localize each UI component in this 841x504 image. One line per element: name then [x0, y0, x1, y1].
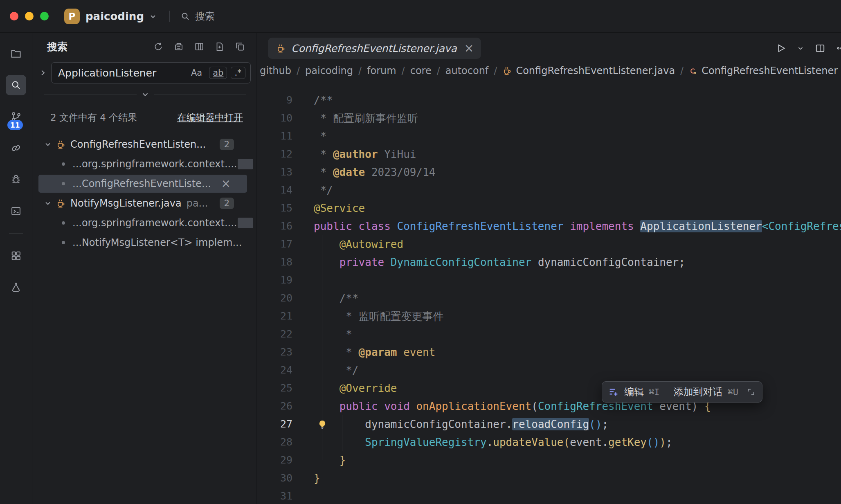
expand-chevron-icon[interactable]	[44, 199, 52, 207]
breadcrumb-item[interactable]: paicoding	[305, 65, 353, 76]
detach-icon[interactable]	[747, 387, 756, 396]
breadcrumb-item[interactable]: forum	[367, 65, 396, 76]
sidebar-item-services[interactable]	[6, 138, 26, 158]
open-in-editor-link[interactable]: 在编辑器中打开	[177, 111, 243, 124]
search-icon	[10, 79, 22, 91]
code-line[interactable]: 10 * 配置刷新事件监听	[256, 109, 841, 127]
breadcrumb-label: paicoding	[305, 65, 353, 76]
whole-words-toggle[interactable]: ab	[209, 67, 227, 79]
close-tab-icon[interactable]: ×	[464, 43, 474, 54]
global-search-button[interactable]: 搜索	[180, 10, 215, 23]
search-input[interactable]	[58, 67, 188, 79]
line-number: 10	[256, 109, 314, 127]
editor-tab[interactable]: ConfigRefreshEventListener.java ×	[268, 38, 481, 59]
line-number: 28	[256, 433, 314, 451]
run-chevron-down-icon[interactable]	[797, 45, 804, 52]
line-number: 17	[256, 235, 314, 253]
result-match-row[interactable]: ...NotifyMsgListener<T> implem...	[32, 233, 256, 252]
code-line[interactable]: 17 @Autowired	[256, 235, 841, 253]
code-line[interactable]: 18 private DynamicConfigContainer dynami…	[256, 253, 841, 271]
close-window-button[interactable]	[10, 12, 18, 20]
breadcrumb-item[interactable]: ConfigRefreshEventListener	[689, 65, 838, 76]
code-line[interactable]: 19	[256, 271, 841, 289]
run-button[interactable]	[776, 43, 786, 54]
regex-toggle[interactable]: .*	[231, 67, 245, 79]
editor-area: ConfigRefreshEventListener.java ×	[256, 33, 841, 504]
code-line[interactable]: 15@Service	[256, 199, 841, 217]
project-avatar[interactable]: P	[64, 9, 80, 24]
search-field[interactable]: Aa ab .*	[51, 62, 251, 83]
code-text: * @param event	[314, 343, 435, 361]
sidebar-item-profiler[interactable]	[6, 277, 26, 297]
code-line[interactable]: 22 *	[256, 325, 841, 343]
line-number: 18	[256, 253, 314, 271]
result-match-row[interactable]: ...ConfigRefreshEventListe...×	[32, 174, 256, 194]
match-case-toggle[interactable]: Aa	[188, 67, 205, 79]
sidebar-item-project[interactable]	[6, 43, 26, 64]
search-match-highlight: ApplicationListener	[640, 220, 762, 232]
code-line[interactable]: 28 SpringValueRegistry.updateValue(event…	[256, 433, 841, 451]
code-line[interactable]: 29 }	[256, 451, 841, 469]
search-icon	[180, 11, 190, 21]
search-history-chevron-icon[interactable]	[39, 69, 47, 77]
zoom-window-button[interactable]	[40, 12, 49, 20]
code-text: *	[314, 325, 352, 343]
intention-bulb-icon[interactable]	[317, 419, 328, 430]
sidebar-item-plugins[interactable]	[6, 245, 26, 266]
split-editor-icon[interactable]	[815, 43, 825, 54]
code-area[interactable]: 9/**10 * 配置刷新事件监听11 *12 * @author YiHui1…	[256, 80, 841, 504]
code-line[interactable]: 11 *	[256, 127, 841, 145]
bug-icon	[10, 174, 22, 185]
project-chevron-down-icon[interactable]	[149, 12, 157, 20]
code-line[interactable]: 12 * @author YiHui	[256, 145, 841, 163]
code-line[interactable]: 9/**	[256, 91, 841, 109]
inline-ai-actions-popup: 编辑 ⌘I 添加到对话 ⌘U	[602, 381, 762, 403]
result-file-row[interactable]: ConfigRefreshEventListen...2	[32, 135, 256, 154]
minimize-window-button[interactable]	[25, 12, 34, 20]
result-file-package-hint: pa...	[187, 198, 208, 209]
result-match-text: ...org.springframework.context....	[72, 217, 237, 229]
code-text: @Autowired	[314, 235, 403, 253]
breadcrumb-label: ConfigRefreshEventListener.java	[516, 65, 675, 76]
breadcrumb-item[interactable]: core	[410, 65, 432, 76]
code-line[interactable]: 27 dynamicConfigContainer.reloadConfig()…	[256, 415, 841, 433]
result-file-row[interactable]: NotifyMsgListener.javapa...2	[32, 194, 256, 213]
result-match-row[interactable]: ...org.springframework.context....	[32, 154, 256, 174]
export-icon[interactable]	[173, 41, 184, 52]
sidebar-item-vcs[interactable]: 11	[6, 106, 26, 127]
ai-edit-action[interactable]: 编辑	[624, 385, 644, 398]
preview-icon[interactable]	[194, 41, 205, 52]
code-line[interactable]: 20 /**	[256, 289, 841, 307]
expand-chevron-icon[interactable]	[44, 140, 52, 148]
code-line[interactable]: 31	[256, 487, 841, 504]
remove-match-button[interactable]: ×	[221, 178, 231, 189]
sidebar-item-debug[interactable]	[6, 169, 26, 190]
ai-add-to-chat-action[interactable]: 添加到对话	[674, 385, 723, 398]
duplicate-icon[interactable]	[235, 41, 245, 52]
code-line[interactable]: 16public class ConfigRefreshEventListene…	[256, 217, 841, 235]
breadcrumb-separator: /	[680, 65, 684, 76]
result-match-row[interactable]: ...org.springframework.context....	[32, 213, 256, 233]
code-line[interactable]: 21 * 监听配置变更事件	[256, 307, 841, 325]
line-number: 31	[256, 487, 314, 504]
code-line[interactable]: 24 */	[256, 361, 841, 379]
breadcrumb-item[interactable]: ConfigRefreshEventListener.java	[502, 65, 675, 76]
code-line[interactable]: 13 * @date 2023/09/14	[256, 163, 841, 181]
refresh-icon[interactable]	[153, 41, 164, 52]
new-tab-icon[interactable]	[214, 41, 225, 52]
line-number: 21	[256, 307, 314, 325]
filter-expander[interactable]	[44, 90, 246, 99]
line-number: 9	[256, 91, 314, 109]
breadcrumb-item[interactable]: autoconf	[445, 65, 489, 76]
folder-icon	[10, 48, 22, 59]
search-panel-title: 搜索	[47, 40, 67, 54]
sidebar-item-search[interactable]	[6, 75, 26, 95]
code-line[interactable]: 30}	[256, 469, 841, 487]
line-number: 26	[256, 397, 314, 415]
breadcrumb-item[interactable]: github	[260, 65, 291, 76]
code-line[interactable]: 23 * @param event	[256, 343, 841, 361]
sidebar-item-terminal[interactable]	[6, 201, 26, 221]
more-options-icon[interactable]	[836, 43, 841, 54]
code-line[interactable]: 14 */	[256, 181, 841, 199]
project-name[interactable]: paicoding	[85, 10, 144, 22]
